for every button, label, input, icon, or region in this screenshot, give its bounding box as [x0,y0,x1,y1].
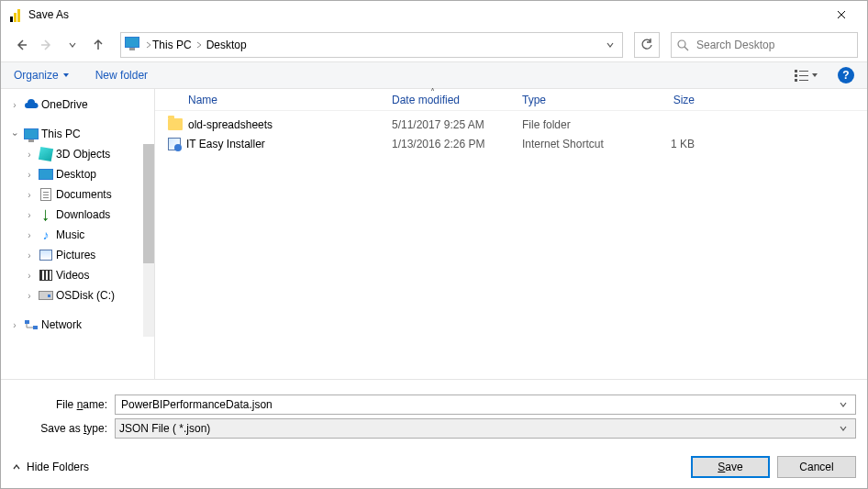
svg-rect-7 [799,80,808,81]
forward-button[interactable] [36,34,58,56]
tree-network[interactable]: › Network [5,315,150,335]
arrow-right-icon [39,38,54,52]
refresh-icon [640,39,653,51]
location-icon [125,37,141,53]
filetype-label: Save as type: [12,422,115,435]
chevron-down-icon [68,40,77,50]
filename-combo[interactable] [115,395,856,415]
drive-icon [38,288,54,303]
tree-music[interactable]: › ♪ Music [5,225,150,245]
expander-icon[interactable]: › [23,271,36,281]
pictures-icon [38,248,54,262]
address-bar[interactable]: This PC Desktop [120,32,623,58]
svg-rect-2 [795,70,797,72]
save-button[interactable]: Save [691,456,770,478]
column-date[interactable]: Date modified [392,94,522,106]
file-size: 1 KB [630,138,722,150]
expander-icon[interactable]: › [23,230,36,240]
close-icon [837,10,846,19]
folder-icon [168,118,183,130]
file-row[interactable]: old-spreadsheets 5/11/2017 9:25 AM File … [155,115,867,134]
column-size[interactable]: Size [630,94,722,106]
filetype-combo[interactable]: JSON File ( *.json) [115,418,856,439]
dropdown-icon [811,72,818,79]
up-button[interactable] [87,34,109,56]
file-row[interactable]: IT Easy Installer 1/13/2016 2:26 PM Inte… [155,134,867,153]
bottom-panel: File name: Save as type: JSON File ( *.j… [1,379,867,446]
tree-scrollbar-thumb[interactable] [143,144,154,263]
svg-rect-4 [795,74,797,77]
organize-menu[interactable]: Organize [14,69,70,82]
tree-downloads[interactable]: › ⭣ Downloads [5,205,150,225]
expander-icon[interactable]: › [23,210,36,220]
filename-input[interactable] [119,397,835,412]
expander-icon[interactable]: › [8,100,21,110]
cancel-button[interactable]: Cancel [777,456,856,478]
expander-icon[interactable]: › [23,150,36,160]
svg-rect-3 [799,71,808,72]
tree-videos[interactable]: › Videos [5,265,150,285]
toolbar: Organize New folder ? [1,61,867,89]
tree-desktop[interactable]: › Desktop [5,164,150,184]
column-headers: Name Date modified Type Size [155,89,867,111]
view-icon [795,69,809,82]
tree-thispc[interactable]: › This PC [5,124,150,144]
window-title: Save As [28,8,820,21]
refresh-button[interactable] [634,32,660,58]
save-as-dialog: Save As This PC Desktop [0,0,868,489]
chevron-up-icon [12,462,21,472]
chevron-down-icon [606,40,615,50]
filetype-dropdown[interactable] [835,424,851,433]
filename-dropdown[interactable] [835,400,851,409]
sort-indicator-icon: ˄ [430,87,435,97]
objects3d-icon [38,147,54,161]
documents-icon [38,187,54,202]
column-type[interactable]: Type [522,94,630,106]
chevron-down-icon [839,400,848,409]
search-box[interactable] [671,32,858,58]
videos-icon [38,268,54,283]
breadcrumb-desktop[interactable]: Desktop [206,39,247,51]
title-bar: Save As [1,1,867,28]
breadcrumb-this-pc[interactable]: This PC [152,39,192,51]
column-name[interactable]: Name [155,94,392,106]
tree-documents[interactable]: › Documents [5,184,150,205]
shortcut-icon [168,138,181,150]
help-button[interactable]: ? [838,67,854,83]
expander-icon[interactable]: › [10,128,20,140]
svg-rect-9 [33,326,38,329]
file-name: old-spreadsheets [188,118,273,131]
svg-point-0 [678,40,685,48]
file-type: Internet Shortcut [522,138,630,150]
svg-line-1 [684,47,688,50]
tree-onedrive[interactable]: › OneDrive [5,94,150,115]
app-icon [8,7,23,22]
recent-dropdown[interactable] [61,34,83,56]
hide-folders-toggle[interactable]: Hide Folders [12,461,89,473]
chevron-right-icon [145,40,152,50]
expander-icon[interactable]: › [8,320,21,330]
cloud-icon [23,97,39,112]
view-options[interactable] [786,65,827,85]
new-folder-button[interactable]: New folder [95,69,148,82]
svg-rect-6 [795,79,797,82]
expander-icon[interactable]: › [23,170,36,180]
search-input[interactable] [695,38,851,52]
filename-label: File name: [12,398,115,411]
close-button[interactable] [820,1,862,28]
address-dropdown[interactable] [602,40,618,50]
tree-osdisk[interactable]: › OSDisk (C:) [5,285,150,306]
tree-pictures[interactable]: › Pictures [5,245,150,265]
nav-row: This PC Desktop [1,28,867,61]
svg-rect-8 [25,320,29,324]
downloads-icon: ⭣ [38,207,54,222]
nav-tree: › OneDrive › This PC › 3D Objects › [1,89,155,379]
desktop-icon [38,167,54,182]
expander-icon[interactable]: › [23,190,36,200]
back-button[interactable] [10,34,32,56]
tree-3d-objects[interactable]: › 3D Objects [5,144,150,164]
file-list: ˄ Name Date modified Type Size old-sprea… [155,89,867,379]
expander-icon[interactable]: › [23,250,36,261]
expander-icon[interactable]: › [23,291,36,301]
file-type: File folder [522,118,630,131]
